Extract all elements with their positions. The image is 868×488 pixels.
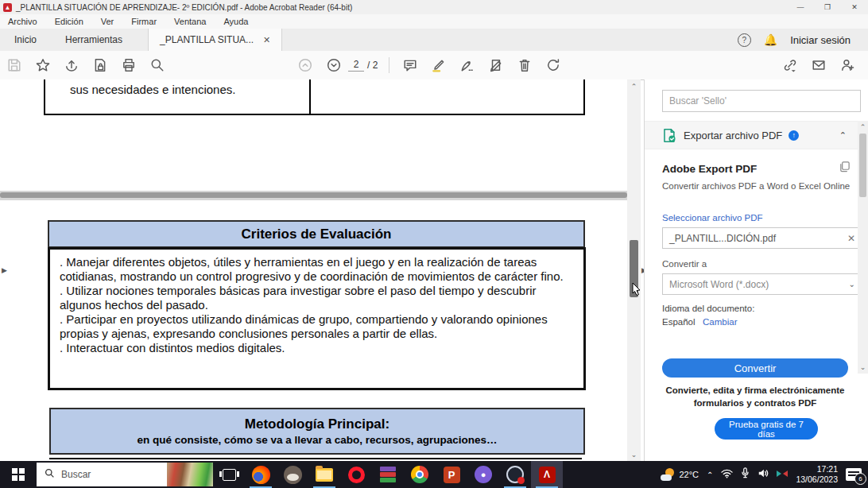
selected-file-field[interactable]: _PLANTILL...DICIÓN.pdf ✕ [662,227,862,249]
notifications-bell-icon[interactable]: 🔔 [764,33,777,46]
page-total-label: / 2 [367,60,378,71]
scroll-down-icon[interactable]: ⌄ [627,451,641,459]
taskbar-search[interactable]: Buscar [37,463,213,486]
page-down-icon [327,58,341,72]
share-button[interactable] [57,58,86,72]
chrome-icon [411,466,428,483]
tab-close-icon[interactable]: ✕ [263,35,270,45]
highlight-button[interactable] [424,58,453,72]
close-button[interactable]: ✕ [841,0,868,14]
panel-scrollbar[interactable]: ⌃ ⌄ [858,121,868,374]
star-button[interactable] [29,58,57,72]
panel-scrollbar-thumb[interactable] [859,134,866,197]
print-button[interactable] [114,58,143,72]
firefox-icon [252,466,270,484]
save-icon [7,58,21,72]
delete-button[interactable] [510,58,539,72]
criterios-paragraph: . Interactuar con distintos medios digit… [60,341,574,355]
search-zoom-button[interactable] [143,58,172,72]
convert-to-label: Convertir a [662,259,707,269]
next-page-button[interactable] [320,58,348,72]
tab-herramientas[interactable]: Herramientas [51,29,137,51]
share-link-icon [783,58,797,72]
taskbar-powerpoint[interactable]: P [436,461,467,488]
menu-ayuda[interactable]: Ayuda [223,17,248,26]
acrobat-reader-icon: Λ [539,467,556,483]
start-button[interactable] [0,461,37,488]
sign-in-button[interactable]: Iniciar sesión [790,34,851,46]
menu-ver[interactable]: Ver [101,17,114,26]
language-change-link[interactable]: Cambiar [703,317,737,327]
tab-document[interactable]: _PLANTILLA SITUA... ✕ [148,29,282,51]
taskbar-file-explorer[interactable] [308,461,340,488]
taskbar-gimp[interactable] [277,461,308,488]
tray-date: 13/06/2023 [796,474,838,485]
criterios-title: Criterios de Evaluación [242,227,392,242]
scroll-up-icon[interactable]: ⌃ [627,83,641,91]
sync-status-icon[interactable] [777,469,788,480]
document-scrollbar[interactable]: ⌃ ⌄ [627,79,641,461]
menu-archivo[interactable]: Archivo [8,17,37,26]
tab-inicio[interactable]: Inicio [0,29,51,51]
taskbar-acrobat[interactable]: Λ [531,461,563,488]
panel-scroll-up-icon[interactable]: ⌃ [858,123,868,131]
highlighter-icon [432,58,446,72]
selected-file-name: _PLANTILL...DICIÓN.pdf [669,233,776,244]
share-link-button[interactable] [776,58,804,72]
select-pdf-link[interactable]: Seleccionar archivo PDF [662,213,763,223]
page-number-input[interactable] [348,59,364,72]
taskbar-winrar[interactable] [372,461,404,488]
export-pdf-section-header[interactable]: Exportar archivo PDF ↑ ⌃ [645,121,868,149]
save-button[interactable] [0,58,29,72]
taskbar-firefox[interactable] [245,461,277,488]
task-view-button[interactable] [213,461,245,488]
previous-page-button[interactable] [291,58,320,72]
wifi-icon[interactable] [721,467,733,482]
fill-sign-button[interactable] [482,58,510,72]
weather-widget[interactable]: 22°C [661,468,699,481]
action-center-icon[interactable]: 6 [846,468,862,481]
acrobat-app-icon: ▲ [3,3,12,12]
taskbar-search-placeholder: Buscar [61,469,91,480]
sign-button[interactable] [453,58,482,72]
add-user-button[interactable] [833,58,862,72]
maximize-button[interactable]: ❐ [814,0,841,14]
metodologia-header: Metodología Principal: en qué consiste, … [49,408,585,455]
convert-button[interactable]: Convertir [662,358,848,378]
microphone-icon[interactable] [741,467,750,482]
taskbar-obs[interactable] [499,461,531,488]
collapse-chevron-icon[interactable]: ⌃ [839,130,847,141]
comment-icon [403,58,417,72]
search-highlight-image[interactable] [167,463,213,486]
format-select[interactable]: Microsoft Word (*.docx) ⌄ [662,273,862,295]
minimize-button[interactable]: — [787,0,814,14]
tools-search-input[interactable] [662,90,861,112]
add-user-icon [840,58,854,72]
export-pdf-button[interactable] [86,58,114,72]
remove-file-icon[interactable]: ✕ [847,233,855,244]
menu-edicion[interactable]: Edición [55,17,83,26]
panel-scroll-down-icon[interactable]: ⌄ [858,363,868,371]
taskbar-opera[interactable] [340,461,372,488]
document-viewport[interactable]: sus necesidades e intenciones. Criterios… [0,79,627,461]
help-icon[interactable]: ? [738,33,751,47]
comment-button[interactable] [396,58,424,72]
menu-firmar[interactable]: Firmar [131,17,157,26]
tab-bar: Inicio Herramientas _PLANTILLA SITUA... … [0,29,868,52]
refresh-button[interactable] [539,58,568,72]
email-icon [812,58,826,72]
copy-pages-icon[interactable] [839,161,851,172]
email-button[interactable] [804,58,833,72]
taskbar-chrome[interactable] [404,461,436,488]
hidden-icons-chevron[interactable]: ⌃ [707,471,713,479]
clock-widget[interactable]: 17:21 13/06/2023 [796,464,838,485]
free-trial-button[interactable]: Prueba gratis de 7 días [715,418,818,440]
trash-icon [517,58,532,72]
volume-icon[interactable] [758,467,769,482]
left-panel-expand-icon[interactable]: ▶ [2,266,7,274]
gimp-icon [284,466,302,484]
taskbar-lockapp[interactable]: ● [467,461,499,488]
tab-document-label: _PLANTILLA SITUA... [160,34,254,45]
menu-ventana[interactable]: Ventana [174,17,206,26]
tray-time: 17:21 [796,464,838,474]
